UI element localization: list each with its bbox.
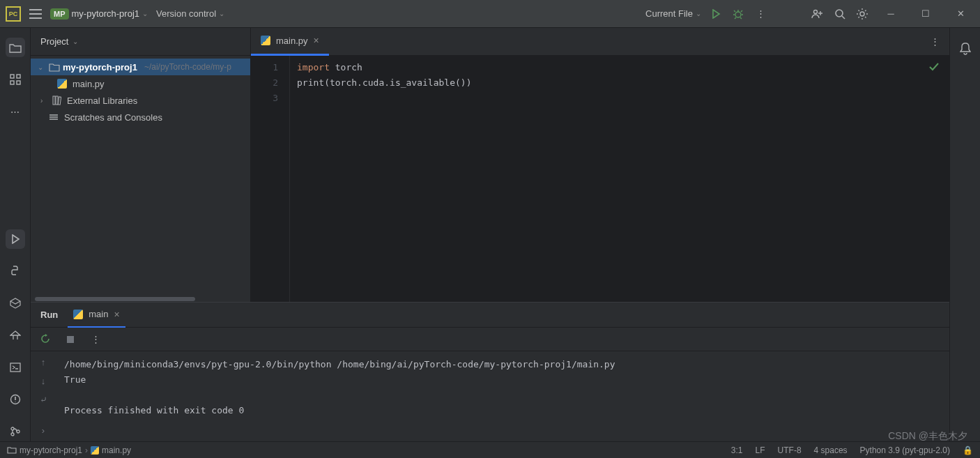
reader-mode-icon[interactable]: 🔒 xyxy=(963,445,973,455)
run-tab-label: main xyxy=(89,309,108,319)
chevron-down-icon: ⌄ xyxy=(696,10,701,17)
svg-rect-4 xyxy=(10,75,14,78)
run-button[interactable] xyxy=(708,6,723,22)
console-output[interactable]: /home/bing/miniconda3/envs/pyt-gpu-2.0/b… xyxy=(56,351,949,441)
run-panel-header: Run main × xyxy=(31,303,949,328)
python-file-icon xyxy=(57,79,67,89)
chevron-down-icon: ⌄ xyxy=(72,38,78,45)
search-button[interactable] xyxy=(832,6,848,22)
tree-file-node[interactable]: main.py xyxy=(31,75,250,92)
project-tool-button[interactable] xyxy=(6,38,25,57)
scratches-icon xyxy=(49,113,59,121)
project-tree: ⌄ my-pytorch-proj1 ~/ai/pyTorch-code/my-… xyxy=(31,56,250,296)
svg-rect-7 xyxy=(17,81,20,84)
inspection-ok-icon[interactable] xyxy=(928,61,940,72)
caret-position[interactable]: 3:1 xyxy=(731,445,743,455)
scroll-down-icon[interactable]: ↓ xyxy=(41,376,46,386)
svg-point-3 xyxy=(860,12,864,16)
vcs-button[interactable] xyxy=(6,422,25,441)
left-tool-rail: ⋯ xyxy=(0,28,31,441)
run-toolbar: ⋮ xyxy=(31,328,949,351)
terminal-button[interactable] xyxy=(6,358,25,377)
tree-node-label: Scratches and Consoles xyxy=(64,112,162,123)
run-more-button[interactable]: ⋮ xyxy=(88,332,103,347)
chevron-right-icon[interactable]: › xyxy=(40,97,49,105)
run-tab[interactable]: main × xyxy=(68,303,125,328)
svg-point-2 xyxy=(836,10,843,17)
svg-rect-14 xyxy=(56,96,58,105)
svg-point-1 xyxy=(814,10,818,13)
interpreter[interactable]: Python 3.9 (pyt-gpu-2.0) xyxy=(860,445,950,455)
code-editor[interactable]: 1 2 3 import torch print(torch.cuda.is_a… xyxy=(251,56,949,302)
code-with-me-icon[interactable] xyxy=(810,6,825,22)
chevron-down-icon: ⌄ xyxy=(219,10,224,17)
version-control-menu[interactable]: Version control ⌄ xyxy=(156,8,224,19)
svg-rect-16 xyxy=(67,336,74,343)
panel-title: Project xyxy=(40,36,68,47)
run-tool-button[interactable] xyxy=(6,229,25,249)
close-tab-button[interactable]: × xyxy=(314,35,319,46)
python-packages-button[interactable] xyxy=(6,293,25,313)
tree-scratches[interactable]: Scratches and Consoles xyxy=(31,109,250,125)
indent-setting[interactable]: 4 spaces xyxy=(814,445,848,455)
close-button[interactable]: ✕ xyxy=(947,8,974,19)
svg-rect-13 xyxy=(53,96,55,105)
expand-icon[interactable]: › xyxy=(42,425,45,436)
tree-node-label: main.py xyxy=(72,79,105,89)
python-file-icon xyxy=(73,310,83,319)
minimize-button[interactable]: ─ xyxy=(877,8,905,19)
run-config-selector[interactable]: Current File ⌄ xyxy=(645,8,701,19)
settings-button[interactable] xyxy=(855,6,870,22)
scroll-up-icon[interactable]: ↑ xyxy=(41,357,46,367)
editor-area: main.py × ⋮ 1 2 3 import torch p xyxy=(251,28,949,302)
chevron-down-icon[interactable]: ⌄ xyxy=(38,63,46,71)
more-actions-button[interactable]: ⋮ xyxy=(753,6,768,22)
folder-icon xyxy=(49,63,60,72)
structure-tool-button[interactable] xyxy=(6,70,25,89)
soft-wrap-icon[interactable]: ⤶ xyxy=(40,395,47,405)
rerun-button[interactable] xyxy=(38,332,53,347)
project-selector[interactable]: MP my-pytorch-proj1 ⌄ xyxy=(50,8,148,20)
library-icon xyxy=(52,96,61,105)
notifications-button[interactable] xyxy=(956,39,975,59)
debug-button[interactable] xyxy=(730,6,746,22)
file-encoding[interactable]: UTF-8 xyxy=(778,445,802,455)
pycharm-logo: PC xyxy=(6,6,21,22)
python-console-button[interactable] xyxy=(6,261,25,281)
console-rail: ↑ ↓ ⤶ › xyxy=(31,351,56,441)
tree-node-path: ~/ai/pyTorch-code/my-p xyxy=(144,62,231,72)
svg-rect-6 xyxy=(10,81,14,84)
python-file-icon xyxy=(261,36,270,45)
status-bar: my-pytorch-proj1 › main.py 3:1 LF UTF-8 … xyxy=(0,441,980,458)
project-panel-header[interactable]: Project ⌄ xyxy=(31,28,250,56)
main-area: ⋯ Project ⌄ xyxy=(0,28,980,441)
tab-more-button[interactable]: ⋮ xyxy=(927,34,942,49)
code-content[interactable]: import torch print(torch.cuda.is_availab… xyxy=(290,56,471,302)
svg-point-11 xyxy=(11,433,14,436)
tree-external-libraries[interactable]: › External Libraries xyxy=(31,92,250,109)
python-file-icon xyxy=(91,446,99,455)
close-run-tab[interactable]: × xyxy=(114,309,119,320)
problems-button[interactable] xyxy=(6,390,25,409)
main-menu-button[interactable] xyxy=(29,9,42,19)
more-tools-button[interactable]: ⋯ xyxy=(6,102,25,121)
breadcrumb[interactable]: my-pytorch-proj1 › main.py xyxy=(7,445,131,455)
project-badge: MP xyxy=(50,8,69,20)
svg-rect-5 xyxy=(17,75,20,78)
editor-tab[interactable]: main.py × xyxy=(251,28,329,56)
tab-label: main.py xyxy=(276,36,308,46)
right-tool-rail xyxy=(949,28,980,441)
stop-button[interactable] xyxy=(63,332,78,347)
svg-point-10 xyxy=(11,427,14,430)
svg-point-0 xyxy=(735,12,741,17)
horizontal-scrollbar[interactable] xyxy=(35,297,195,301)
tree-node-label: External Libraries xyxy=(67,96,137,106)
editor-tab-bar: main.py × ⋮ xyxy=(251,28,949,56)
tree-node-label: my-pytorch-proj1 xyxy=(63,62,137,72)
line-separator[interactable]: LF xyxy=(756,445,765,455)
services-button[interactable] xyxy=(6,326,25,345)
maximize-button[interactable]: ☐ xyxy=(912,8,940,19)
run-panel-title: Run xyxy=(40,310,58,320)
titlebar: PC MP my-pytorch-proj1 ⌄ Version control… xyxy=(0,0,980,28)
tree-root-node[interactable]: ⌄ my-pytorch-proj1 ~/ai/pyTorch-code/my-… xyxy=(31,59,250,75)
